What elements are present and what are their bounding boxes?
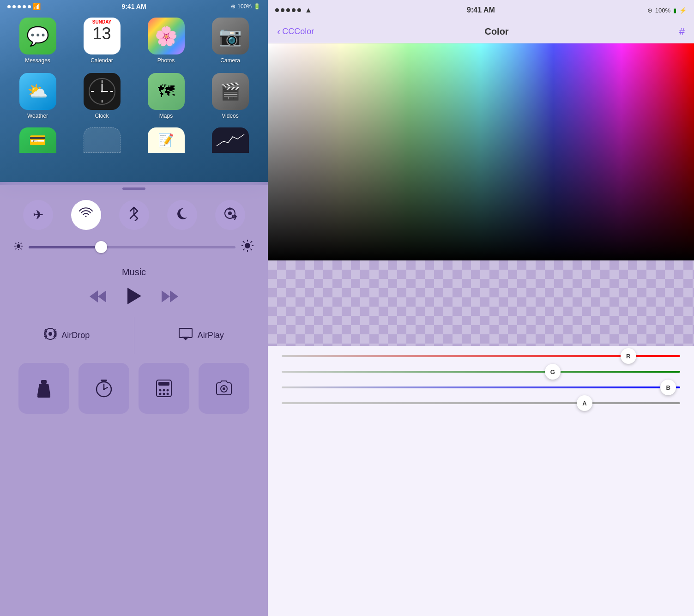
svg-marker-30 — [98, 290, 106, 302]
back-button[interactable]: ‹ CCColor — [277, 26, 314, 38]
clock-label: Clock — [95, 113, 109, 119]
camera-shortcut-button[interactable] — [199, 363, 249, 414]
app-grid-row2: ⛅ Weather — [0, 68, 268, 124]
red-slider-thumb[interactable]: R — [621, 348, 636, 364]
sbr-dot-2 — [281, 8, 284, 12]
maps-icon: 🗺 — [148, 73, 185, 110]
svg-point-49 — [159, 389, 162, 392]
flashlight-button[interactable] — [18, 363, 69, 414]
alpha-slider-row: A — [282, 402, 680, 404]
orientation-lock-toggle[interactable] — [215, 200, 245, 230]
svg-line-18 — [21, 248, 22, 249]
app-wallet-partial: 💳 — [9, 127, 66, 153]
app-camera[interactable]: 📷 Camera — [202, 18, 259, 64]
svg-line-19 — [21, 243, 22, 244]
messages-icon: 💬 — [19, 18, 56, 54]
maps-label: Maps — [159, 113, 173, 119]
messages-label: Messages — [25, 57, 50, 64]
airplay-label: AirPlay — [198, 331, 224, 340]
svg-point-8 — [101, 91, 103, 92]
alpha-slider-thumb[interactable]: A — [577, 395, 592, 411]
battery-icon: 🔋 — [253, 3, 260, 10]
svg-point-46 — [103, 388, 105, 390]
photos-icon: 🌸 — [148, 18, 185, 54]
brightness-min-icon — [14, 242, 23, 253]
calculator-button[interactable] — [139, 363, 189, 414]
svg-line-29 — [243, 249, 245, 251]
green-slider-track[interactable]: G — [282, 371, 680, 373]
app-grid-row1: 💬 Messages Sunday 13 Calendar 🌸 Photos — [0, 13, 268, 68]
svg-point-52 — [159, 393, 162, 395]
app-videos[interactable]: 🎬 Videos — [202, 73, 259, 119]
svg-line-26 — [243, 241, 245, 243]
wifi-toggle[interactable] — [71, 200, 101, 230]
app-calendar[interactable]: Sunday 13 Calendar — [73, 18, 130, 64]
svg-rect-48 — [158, 382, 169, 386]
app-empty-partial — [73, 127, 130, 153]
airplane-mode-toggle[interactable]: ✈ — [23, 200, 53, 230]
status-right-icons: ⊕ 100% 🔋 — [231, 3, 260, 10]
sbr-dot-3 — [286, 8, 290, 12]
weather-icon: ⛅ — [19, 73, 56, 110]
svg-point-53 — [163, 393, 165, 395]
airdrop-button[interactable]: AirDrop — [0, 317, 134, 354]
blue-slider-thumb[interactable]: B — [660, 380, 676, 395]
svg-line-17 — [15, 243, 17, 244]
brightness-thumb[interactable] — [95, 241, 107, 253]
brightness-track[interactable] — [29, 246, 235, 248]
back-label: CCColor — [282, 27, 314, 36]
empty-slot — [84, 127, 121, 153]
svg-rect-37 — [179, 328, 192, 338]
red-slider-track[interactable]: R — [282, 355, 680, 357]
timer-button[interactable] — [78, 363, 129, 414]
battery-percent-right: 100% — [655, 7, 670, 14]
location-icon-right: ⊕ — [647, 7, 652, 14]
signal-dots: 📶 — [7, 3, 41, 10]
alpha-slider-track[interactable]: A — [282, 402, 680, 404]
color-canvas[interactable] — [268, 43, 694, 260]
app-weather[interactable]: ⛅ Weather — [9, 73, 66, 119]
svg-point-54 — [167, 393, 169, 395]
videos-icon: 🎬 — [212, 73, 249, 110]
control-center: ✈ — [0, 182, 268, 616]
app-photos[interactable]: 🌸 Photos — [138, 18, 194, 64]
svg-rect-45 — [101, 380, 107, 381]
right-panel: ▲ 9:41 AM ⊕ 100% ▮ ⚡ ‹ CCColor Color # R — [268, 0, 694, 616]
brightness-fill — [29, 246, 101, 248]
svg-marker-38 — [182, 337, 189, 340]
red-slider-row: R — [282, 355, 680, 357]
svg-point-12 — [17, 244, 20, 248]
app-messages[interactable]: 💬 Messages — [9, 18, 66, 64]
green-slider-row: G — [282, 371, 680, 373]
play-button[interactable] — [126, 287, 142, 309]
app-maps[interactable]: 🗺 Maps — [138, 73, 194, 119]
green-slider-thumb[interactable]: G — [545, 364, 561, 380]
wifi-toggle-icon — [78, 205, 94, 224]
app-clock[interactable]: Clock — [73, 73, 130, 119]
air-row: AirDrop AirPlay — [0, 317, 268, 354]
airplane-icon: ✈ — [33, 207, 43, 223]
battery-text: 100% — [237, 3, 252, 10]
sbr-wifi-icon: ▲ — [305, 6, 312, 14]
hash-button[interactable]: # — [679, 26, 685, 38]
music-section: Music — [0, 260, 268, 317]
airplay-button[interactable]: AirPlay — [134, 317, 268, 354]
battery-icon-right: ▮ — [673, 7, 676, 14]
photos-label: Photos — [157, 57, 175, 64]
svg-point-51 — [167, 389, 169, 392]
svg-line-20 — [15, 248, 17, 249]
do-not-disturb-toggle[interactable] — [167, 200, 197, 230]
svg-marker-33 — [162, 290, 170, 302]
red-label: R — [626, 353, 630, 360]
rewind-button[interactable] — [89, 290, 107, 307]
brightness-max-icon — [241, 239, 254, 255]
svg-marker-31 — [90, 290, 98, 302]
fast-forward-button[interactable] — [161, 290, 179, 307]
blue-slider-track[interactable]: B — [282, 387, 680, 388]
wallet-icon: 💳 — [19, 127, 56, 153]
blue-slider-row: B — [282, 387, 680, 388]
stocks-icon — [212, 127, 249, 153]
color-picker-gradient[interactable] — [268, 43, 694, 260]
bluetooth-toggle[interactable] — [119, 200, 149, 230]
status-bar-left: 📶 9:41 AM ⊕ 100% 🔋 — [0, 0, 268, 13]
